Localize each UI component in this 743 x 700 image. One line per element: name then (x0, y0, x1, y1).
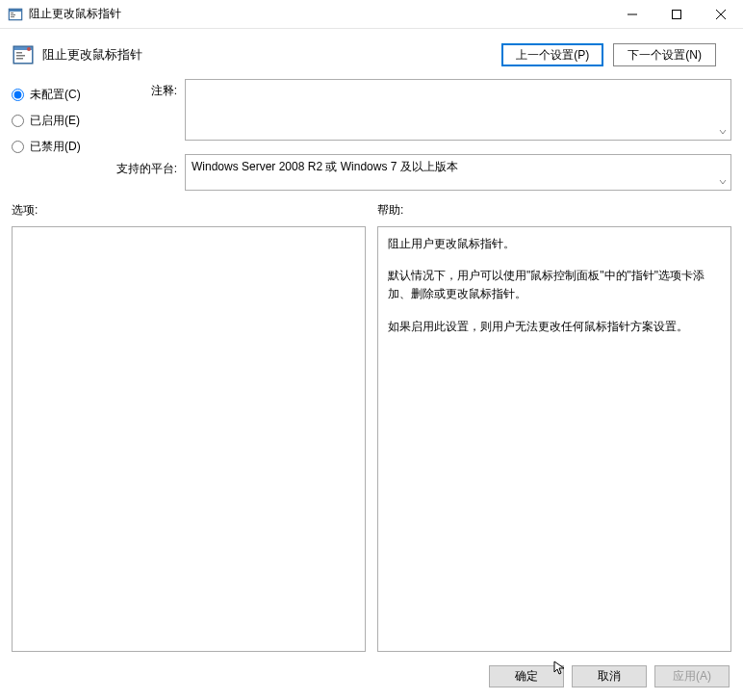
help-label: 帮助: (377, 202, 731, 219)
close-button[interactable] (699, 0, 743, 29)
svg-rect-12 (16, 55, 25, 57)
scroll-down-icon (717, 126, 729, 138)
title-icon (8, 7, 23, 22)
svg-rect-11 (16, 52, 22, 54)
radio-disabled-label: 已禁用(D) (30, 139, 81, 155)
policy-icon (12, 43, 35, 66)
cancel-button[interactable]: 取消 (572, 665, 647, 687)
radio-unconfigured-input[interactable] (12, 89, 24, 101)
options-panel (12, 226, 366, 652)
scroll-down-icon (717, 176, 729, 188)
window-title: 阻止更改鼠标指针 (29, 6, 610, 22)
options-label: 选项: (12, 202, 366, 219)
platforms-label: 支持的平台: (108, 161, 185, 177)
svg-rect-6 (673, 10, 681, 18)
comment-label: 注释: (108, 83, 185, 99)
title-bar: 阻止更改鼠标指针 (0, 0, 743, 29)
svg-rect-3 (11, 14, 15, 15)
radio-enabled-label: 已启用(E) (30, 113, 80, 129)
maximize-button[interactable] (654, 0, 699, 29)
supported-platforms-field: Windows Server 2008 R2 或 Windows 7 及以上版本 (185, 154, 731, 191)
ok-button[interactable]: 确定 (489, 665, 564, 687)
minimize-button[interactable] (610, 0, 654, 29)
radio-enabled-input[interactable] (12, 115, 24, 127)
window-controls (610, 0, 743, 29)
prev-setting-button[interactable]: 上一个设置(P) (501, 43, 603, 66)
bottom-button-bar: 确定 取消 应用(A) (0, 652, 743, 700)
radio-disabled-input[interactable] (12, 141, 24, 153)
state-radio-group: 未配置(C) 已启用(E) 已禁用(D) (12, 83, 108, 155)
svg-rect-4 (11, 16, 14, 17)
svg-point-14 (27, 47, 31, 51)
radio-unconfigured[interactable]: 未配置(C) (12, 87, 108, 103)
policy-name: 阻止更改鼠标指针 (42, 46, 501, 64)
help-paragraph: 默认情况下，用户可以使用"鼠标控制面板"中的"指针"选项卡添加、删除或更改鼠标指… (388, 267, 721, 303)
help-paragraph: 阻止用户更改鼠标指针。 (388, 235, 721, 253)
svg-rect-13 (16, 58, 23, 60)
subtitle-row: 阻止更改鼠标指针 上一个设置(P) 下一个设置(N) (0, 35, 743, 75)
help-paragraph: 如果启用此设置，则用户无法更改任何鼠标指针方案设置。 (388, 318, 721, 336)
apply-button[interactable]: 应用(A) (654, 665, 730, 687)
help-panel: 阻止用户更改鼠标指针。 默认情况下，用户可以使用"鼠标控制面板"中的"指针"选项… (377, 226, 731, 652)
radio-unconfigured-label: 未配置(C) (30, 87, 81, 103)
config-area: 未配置(C) 已启用(E) 已禁用(D) 注释: 支持的平台: (0, 75, 743, 194)
comment-field[interactable] (185, 79, 731, 141)
supported-platforms-text: Windows Server 2008 R2 或 Windows 7 及以上版本 (192, 160, 458, 173)
next-setting-button[interactable]: 下一个设置(N) (613, 43, 716, 66)
radio-enabled[interactable]: 已启用(E) (12, 113, 108, 129)
svg-rect-2 (11, 13, 13, 13)
radio-disabled[interactable]: 已禁用(D) (12, 139, 108, 155)
body-section: 选项: 帮助: 阻止用户更改鼠标指针。 默认情况下，用户可以使用"鼠标控制面板"… (0, 194, 743, 652)
